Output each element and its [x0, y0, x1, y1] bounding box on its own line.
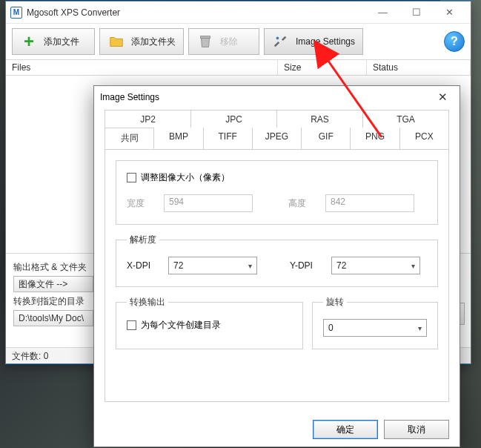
trash-icon: [196, 33, 214, 50]
plus-icon: +: [20, 33, 38, 50]
rotate-select[interactable]: 0▾: [323, 319, 427, 337]
col-files[interactable]: Files: [6, 60, 278, 75]
tab-pcx[interactable]: PCX: [400, 128, 449, 149]
add-file-label: 添加文件: [44, 36, 79, 48]
tab-gif[interactable]: GIF: [302, 128, 351, 149]
tab-jp2[interactable]: JP2: [105, 110, 191, 128]
add-folder-label: 添加文件夹: [131, 36, 176, 48]
tab-content: 调整图像大小（像素） 宽度 594 高度 842 解析度 X-DPI 72▾: [105, 150, 449, 402]
tab-common[interactable]: 共同: [105, 128, 154, 149]
ydpi-label: Y-DPI: [290, 260, 321, 271]
create-dir-label: 为每个文件创建目录: [141, 319, 221, 332]
xdpi-value: 72: [173, 260, 183, 271]
xdpi-select[interactable]: 72▾: [168, 257, 257, 274]
window-title: Mgosoft XPS Converter: [27, 7, 366, 18]
dialog-title: Image Settings: [100, 92, 431, 102]
tab-jpc[interactable]: JPC: [191, 110, 277, 128]
add-file-button[interactable]: + 添加文件: [12, 28, 95, 55]
chevron-down-icon: ▾: [418, 324, 422, 332]
output-legend: 转换输出: [127, 296, 168, 309]
help-icon: ?: [451, 35, 458, 48]
tab-tiff[interactable]: TIFF: [204, 128, 253, 149]
svg-rect-0: [201, 36, 210, 39]
minimize-button[interactable]: —: [366, 2, 399, 23]
create-dir-checkbox[interactable]: [127, 320, 136, 330]
resolution-group: 解析度 X-DPI 72▾ Y-DPI 72▾: [116, 234, 438, 287]
tab-bmp[interactable]: BMP: [154, 128, 203, 149]
cancel-button[interactable]: 取消: [384, 420, 449, 439]
remove-button[interactable]: 移除: [188, 28, 259, 55]
rotate-legend: 旋转: [323, 296, 347, 309]
output-format-value: 图像文件 -->: [19, 278, 67, 291]
resize-checkbox[interactable]: [127, 173, 136, 182]
resize-checkbox-label: 调整图像大小（像素）: [141, 171, 230, 184]
titlebar[interactable]: M Mgosoft XPS Converter — ☐ ✕: [6, 1, 471, 24]
output-format-select[interactable]: 图像文件 -->: [13, 276, 93, 292]
add-folder-button[interactable]: 添加文件夹: [99, 28, 184, 55]
width-label: 宽度: [127, 197, 153, 210]
col-size[interactable]: Size: [278, 60, 367, 75]
close-button[interactable]: ✕: [433, 2, 466, 23]
folder-icon: [107, 33, 125, 50]
rotate-value: 0: [328, 323, 334, 333]
remove-label: 移除: [220, 36, 238, 48]
svg-point-1: [276, 37, 279, 40]
chevron-down-icon: ▾: [411, 262, 415, 270]
rotate-group: 旋转 0▾: [312, 296, 438, 349]
output-group: 转换输出 为每个文件创建目录: [116, 296, 303, 349]
image-settings-label: Image Settings: [296, 36, 355, 47]
resize-group: 调整图像大小（像素） 宽度 594 高度 842: [116, 160, 438, 225]
tab-png[interactable]: PNG: [351, 128, 399, 149]
width-input[interactable]: 594: [164, 194, 253, 212]
xdpi-label: X-DPI: [127, 260, 158, 271]
toolbar: + 添加文件 添加文件夹 移除 Image Settings ?: [6, 24, 471, 59]
image-settings-button[interactable]: Image Settings: [264, 28, 363, 55]
col-status[interactable]: Status: [367, 60, 471, 75]
maximize-button[interactable]: ☐: [399, 2, 433, 23]
dialog-footer: 确定 取消: [313, 420, 449, 439]
help-button[interactable]: ?: [444, 31, 465, 52]
tab-ras[interactable]: RAS: [277, 110, 363, 128]
tab-tga[interactable]: TGA: [363, 110, 449, 128]
image-settings-dialog: Image Settings ✕ JP2 JPC RAS TGA 共同 BMP …: [93, 85, 460, 447]
height-label: 高度: [288, 197, 315, 210]
list-header: Files Size Status: [6, 59, 471, 76]
dest-path-field[interactable]: D:\tools\My Doc\: [13, 310, 93, 326]
ydpi-value: 72: [336, 260, 346, 271]
ydpi-select[interactable]: 72▾: [331, 257, 420, 274]
dest-path-value: D:\tools\My Doc\: [19, 313, 84, 323]
tab-jpeg[interactable]: JPEG: [253, 128, 302, 149]
chevron-down-icon: ▾: [248, 262, 252, 270]
resolution-legend: 解析度: [127, 234, 159, 246]
dialog-close-button[interactable]: ✕: [431, 88, 454, 106]
file-count: 文件数: 0: [12, 351, 48, 361]
app-icon: M: [10, 7, 22, 19]
tools-icon: [272, 33, 290, 50]
tabs-row-lower: 共同 BMP TIFF JPEG GIF PNG PCX: [105, 128, 449, 150]
height-input[interactable]: 842: [325, 194, 414, 212]
tabs-row-upper: JP2 JPC RAS TGA: [105, 110, 449, 128]
dialog-titlebar[interactable]: Image Settings ✕: [94, 86, 460, 108]
ok-button[interactable]: 确定: [313, 420, 378, 439]
